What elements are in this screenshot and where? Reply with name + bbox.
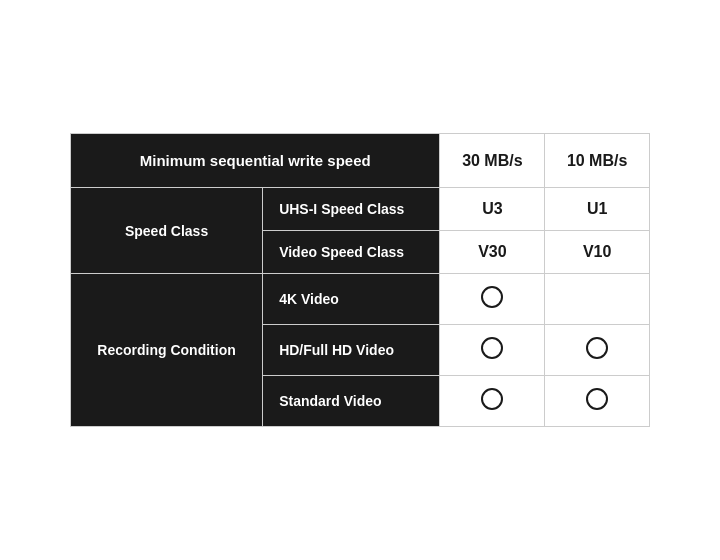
sub-label-4k: 4K Video: [263, 274, 440, 325]
hd-col2-circle: [545, 325, 650, 376]
circle-icon: [481, 337, 503, 359]
4k-col2-empty: [545, 274, 650, 325]
circle-icon: [586, 337, 608, 359]
circle-icon: [586, 388, 608, 410]
header-row: Minimum sequential write speed 30 MB/s 1…: [71, 134, 650, 188]
category-recording: Recording Condition: [71, 274, 263, 427]
table-row: Recording Condition 4K Video: [71, 274, 650, 325]
uhs-col2-value: U1: [545, 188, 650, 231]
std-col1-circle: [440, 376, 545, 427]
sub-label-standard: Standard Video: [263, 376, 440, 427]
circle-icon: [481, 388, 503, 410]
vsc-col2-value: V10: [545, 231, 650, 274]
category-speed-class: Speed Class: [71, 188, 263, 274]
vsc-col1-value: V30: [440, 231, 545, 274]
col2-header: 10 MB/s: [545, 134, 650, 188]
sub-label-uhs: UHS-I Speed Class: [263, 188, 440, 231]
sub-label-video-speed: Video Speed Class: [263, 231, 440, 274]
sub-label-hd: HD/Full HD Video: [263, 325, 440, 376]
circle-icon: [481, 286, 503, 308]
comparison-table: Minimum sequential write speed 30 MB/s 1…: [70, 133, 650, 427]
std-col2-circle: [545, 376, 650, 427]
header-label: Minimum sequential write speed: [71, 134, 440, 188]
table-row: Speed Class UHS-I Speed Class U3 U1: [71, 188, 650, 231]
table-wrapper: Minimum sequential write speed 30 MB/s 1…: [70, 133, 650, 427]
hd-col1-circle: [440, 325, 545, 376]
uhs-col1-value: U3: [440, 188, 545, 231]
col1-header: 30 MB/s: [440, 134, 545, 188]
4k-col1-circle: [440, 274, 545, 325]
